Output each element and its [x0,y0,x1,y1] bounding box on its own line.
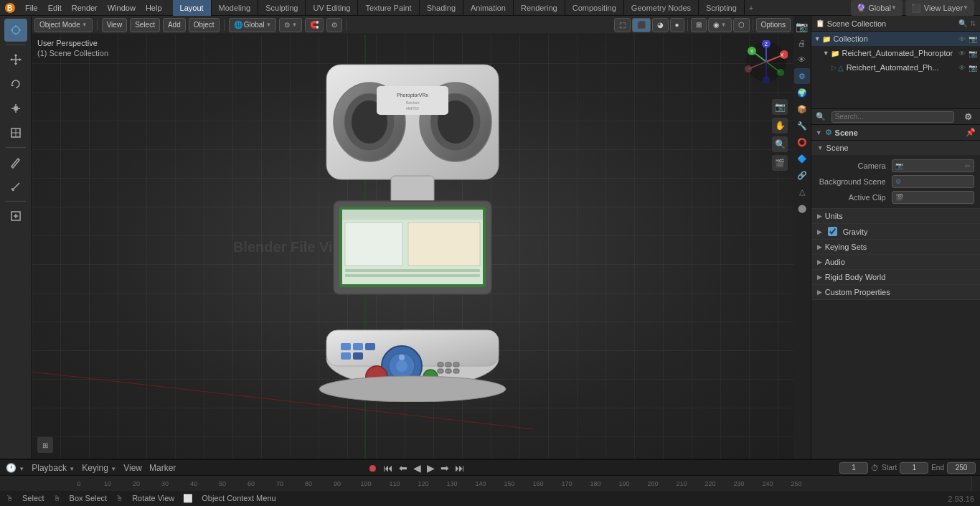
outliner-row-reichert[interactable]: ▼ 📁 Reichert_Automated_Phoroptor 👁 📷 [811,46,980,60]
viewport-shading-wire[interactable]: ⬚ [614,18,631,32]
options-btn[interactable]: Options [756,18,791,32]
visibility-icon[interactable]: 👁 [958,35,966,43]
camera-field-edit-icon[interactable]: ✏ [965,162,971,170]
play-reverse-btn[interactable]: ◀ [412,462,423,474]
film-btn[interactable]: 🎬 [772,155,788,171]
tab-uv-editing[interactable]: UV Editing [306,0,358,16]
add-menu[interactable]: Add [163,18,186,32]
pivot-point-selector[interactable]: ⊙ ▼ [279,18,302,32]
menu-help[interactable]: Help [141,0,167,16]
tab-texture-paint[interactable]: Texture Paint [358,0,419,16]
units-header[interactable]: ▶ Units [811,209,980,223]
modifier-props-icon[interactable]: 🔧 [794,118,810,133]
overlay-toggle[interactable]: ◉ ▼ [708,18,732,32]
timeline-mode-btn[interactable]: 🕐 ▼ [4,463,26,473]
frame-selector-btn[interactable]: ⊞ [37,437,53,453]
jump-end-btn[interactable]: ⏭ [453,462,466,474]
menu-render[interactable]: Render [67,0,103,16]
render-visibility-icon[interactable]: 📷 [969,35,977,43]
tab-sculpting[interactable]: Sculpting [258,0,306,16]
object-props-icon[interactable]: 📦 [794,101,810,117]
visibility-icon2[interactable]: 👁 [958,50,966,57]
menu-window[interactable]: Window [103,0,141,16]
camera-value-field[interactable]: 📷 ✏ [892,159,974,172]
timeline-scrollbar[interactable] [971,476,980,491]
move-tool-btn[interactable] [4,48,27,71]
hand-tool-btn[interactable]: ✋ [772,118,788,133]
scene-pin-icon[interactable]: 📌 [966,128,976,137]
menu-file[interactable]: File [20,0,43,16]
data-props-icon[interactable]: △ [794,184,810,200]
marker-btn[interactable]: Marker [148,463,177,473]
step-back-btn[interactable]: ⬅ [397,462,409,474]
annotate-tool-btn[interactable] [4,151,27,174]
scene-selector[interactable]: 🔮 Global ▼ [851,0,903,16]
end-frame-field[interactable]: 250 [947,462,976,474]
gizmo-toggle[interactable]: ⊞ [691,18,707,32]
custom-props-header[interactable]: ▶ Custom Properties [811,285,980,299]
jump-start-btn[interactable]: ⏮ [382,462,395,474]
world-props-icon[interactable]: 🌍 [794,85,810,100]
props-filter-icon[interactable]: ⚙ [960,109,976,125]
audio-header[interactable]: ▶ Audio [811,255,980,269]
active-clip-value-field[interactable]: 🎬 [892,191,974,204]
current-frame-field[interactable]: 1 [839,462,868,474]
tab-geometry-nodes[interactable]: Geometry Nodes [624,0,699,16]
material-props-icon[interactable]: ⬤ [794,200,810,216]
props-search-input[interactable] [831,111,954,123]
rigid-body-world-header[interactable]: ▶ Rigid Body World [811,270,980,284]
physics-props-icon[interactable]: 🔷 [794,151,810,167]
play-btn[interactable]: ▶ [425,462,436,474]
scene-expand-icon[interactable]: ▼ [816,129,822,136]
tab-modeling[interactable]: Modeling [212,0,259,16]
measure-tool-btn[interactable] [4,175,27,198]
tab-shading[interactable]: Shading [420,0,463,16]
render-vis-icon2[interactable]: 📷 [969,50,977,57]
bg-scene-value-field[interactable]: ⚙ [892,175,974,188]
view-menu[interactable]: View [102,18,128,32]
outliner-filter-icon[interactable]: 🔍 [958,19,967,27]
select-menu[interactable]: Select [130,18,160,32]
menu-edit[interactable]: Edit [43,0,67,16]
start-frame-field[interactable]: 1 [900,462,928,474]
outliner-row-reichert-mesh[interactable]: ▷ △ Reichert_Automated_Ph... 👁 📷 [811,60,980,75]
xray-toggle[interactable]: ⬡ [733,18,750,32]
step-forward-btn[interactable]: ➡ [439,462,451,474]
scene-props-icon[interactable]: ⚙ [794,68,810,84]
tab-scripting[interactable]: Scripting [699,0,745,16]
view-layer-props-icon[interactable]: 👁 [794,52,810,67]
scale-tool-btn[interactable] [4,97,27,120]
render-vis-icon3[interactable]: 📷 [969,64,977,72]
rotate-tool-btn[interactable] [4,72,27,95]
viewport-shading-render[interactable]: ● [670,18,684,32]
render-props-icon[interactable]: 📷 [794,19,810,34]
outliner-row-scene-collection[interactable]: ▼ 📁 Collection 👁 📷 [811,32,980,46]
keying-sets-header[interactable]: ▶ Keying Sets [811,240,980,254]
tab-rendering[interactable]: Rendering [514,0,565,16]
outliner-sort-icon[interactable]: ⇅ [970,19,976,27]
constraints-props-icon[interactable]: 🔗 [794,167,810,183]
playback-btn[interactable]: Playback ▼ [30,463,76,473]
axis-gizmo[interactable]: X Y Z [745,40,788,83]
visibility-icon3[interactable]: 👁 [958,64,966,72]
tab-add-button[interactable]: + [745,4,758,12]
viewport-3d[interactable]: User Perspective (1) Scene Collection Bl… [32,34,793,459]
snapping-toggle[interactable]: 🧲 [305,18,324,32]
keying-btn[interactable]: Keying ▼ [80,463,118,473]
mode-selector[interactable]: Object Mode ▼ [34,18,93,32]
view-btn[interactable]: View [122,463,143,473]
view-layer-selector[interactable]: ⬛ View Layer ▼ [905,0,974,16]
props-search-icon[interactable]: 🔍 [816,112,826,121]
transform-selector[interactable]: 🌐 Global ▼ [229,18,277,32]
tab-compositing[interactable]: Compositing [565,0,624,16]
record-btn[interactable]: ⏺ [366,462,379,474]
gravity-checkbox[interactable] [828,227,837,236]
add-primitive-btn[interactable] [4,205,27,228]
output-props-icon[interactable]: 🖨 [794,35,810,51]
viewport-shading-solid[interactable]: ⬛ [632,18,651,32]
zoom-btn[interactable]: 🔍 [772,136,788,152]
gravity-header[interactable]: ▶ Gravity [811,224,980,239]
camera-view-btn[interactable]: 📷 [772,99,788,115]
tab-animation[interactable]: Animation [463,0,514,16]
particles-props-icon[interactable]: ⭕ [794,134,810,150]
